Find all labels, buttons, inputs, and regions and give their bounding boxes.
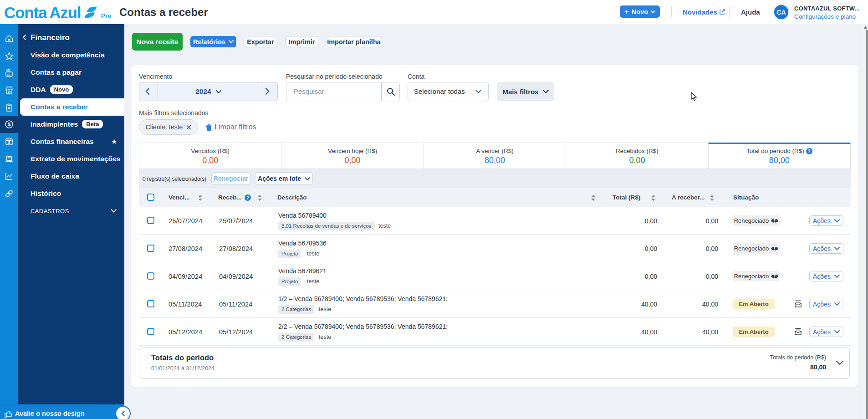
svg-text:$: $ xyxy=(8,140,10,145)
svg-text:$: $ xyxy=(7,122,10,127)
